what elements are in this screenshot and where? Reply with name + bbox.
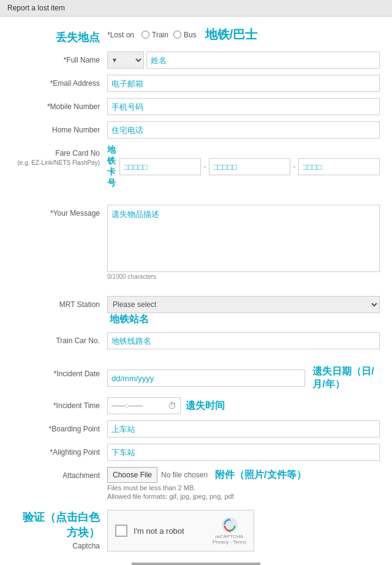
recaptcha-privacy-links[interactable]: Privacy - Terms (213, 539, 246, 545)
train-car-input[interactable] (107, 332, 380, 349)
fare-card-label: Fare Card No (e.g. EZ-Link/NETS FlashPay… (12, 145, 107, 167)
choose-file-button[interactable]: Choose File (107, 467, 157, 483)
email-row: *Email Address (12, 75, 380, 92)
message-textarea[interactable] (107, 205, 380, 272)
fare-card-controls: 地铁卡号 - - (107, 145, 380, 189)
fare-input-1[interactable] (119, 158, 201, 175)
mobile-input[interactable] (107, 98, 380, 115)
message-label: *Your Message (12, 205, 107, 219)
submit-button[interactable]: Submit this message (132, 563, 260, 565)
mrt-station-row: MRT Station Please select 地铁站名 (12, 296, 380, 326)
mrt-station-label: MRT Station (12, 296, 107, 310)
boarding-point-input[interactable] (107, 420, 380, 438)
time-placeholder: ——:—— (111, 401, 168, 410)
clock-icon: ⏱ (168, 401, 176, 411)
attach-hint-2: Allowed file formats: gif, jpg, jpeg, pn… (107, 493, 380, 500)
bus-radio[interactable] (173, 31, 181, 39)
bus-radio-label[interactable]: Bus (173, 31, 197, 39)
email-input[interactable] (107, 75, 380, 92)
full-name-label: *Full Name (12, 51, 107, 66)
train-radio[interactable] (141, 31, 149, 39)
mobile-row: *Mobile Number (12, 98, 380, 115)
page-title: Report a lost item (0, 0, 392, 17)
home-input[interactable] (107, 121, 380, 138)
incident-time-row: *Incident Time ——:—— ⏱ 遗失时间 (12, 397, 380, 414)
recaptcha-logo-icon (221, 517, 238, 534)
train-car-controls (107, 332, 380, 349)
email-label: *Email Address (12, 75, 107, 89)
captcha-controls: I'm not a robot reCAPTCHA Privacy - Term… (107, 506, 380, 552)
attachment-label: Attachment (12, 467, 107, 481)
incident-time-label: *Incident Time (12, 397, 107, 411)
char-count: 0/1000 characters (107, 273, 380, 280)
incident-date-controls: 遗失日期（日/月/年） (107, 365, 380, 391)
fare-input-3[interactable] (298, 158, 380, 175)
full-name-controls: ▾ Mr Ms Mrs (107, 51, 380, 69)
no-file-text: No file chosen (161, 471, 208, 479)
alighting-point-row: *Alighting Point (12, 444, 380, 461)
mrt-station-select[interactable]: Please select (107, 296, 380, 313)
recaptcha-checkbox[interactable] (115, 525, 127, 537)
incident-date-row: *Incident Date 遗失日期（日/月/年） (12, 365, 380, 391)
captcha-label: Captcha (72, 542, 100, 550)
boarding-point-label: *Boarding Point (12, 420, 107, 434)
full-name-input[interactable] (146, 51, 380, 69)
recaptcha-text: I'm not a robot (134, 526, 184, 536)
home-label: Home Number (12, 121, 107, 135)
alighting-point-input[interactable] (107, 444, 380, 461)
recaptcha-logo-area: reCAPTCHA Privacy - Terms (213, 517, 246, 545)
recaptcha-brand: reCAPTCHA (216, 534, 243, 539)
captcha-chinese-title: 验证（点击白色方块） (12, 510, 100, 540)
lost-location-controls: *Lost on Train Bus 地铁/巴士 (107, 26, 380, 43)
message-row: *Your Message 0/1000 characters (12, 205, 380, 280)
lost-location-label: 丢失地点 (12, 26, 107, 45)
home-row: Home Number (12, 121, 380, 138)
recaptcha-box[interactable]: I'm not a robot reCAPTCHA Privacy - Term… (107, 510, 254, 552)
boarding-point-controls (107, 420, 380, 438)
alighting-point-controls (107, 444, 380, 461)
name-title-select[interactable]: ▾ Mr Ms Mrs (107, 51, 144, 69)
transport-radio-group: *Lost on Train Bus 地铁/巴士 (107, 26, 257, 43)
incident-date-label: *Incident Date (12, 365, 107, 379)
attach-hint-1: Files must be less than 2 MB. (107, 484, 380, 491)
train-radio-label[interactable]: Train (141, 31, 168, 39)
fare-card-row: Fare Card No (e.g. EZ-Link/NETS FlashPay… (12, 145, 380, 189)
mobile-controls (107, 98, 380, 115)
lost-location-row: 丢失地点 *Lost on Train Bus 地铁/巴士 (12, 26, 380, 45)
captcha-label-area: 验证（点击白色方块） Captcha (12, 506, 107, 551)
incident-date-input[interactable] (107, 370, 305, 387)
fare-card-inputs: 地铁卡号 - - (107, 145, 380, 189)
submit-row: Submit this message (12, 563, 380, 565)
alighting-point-label: *Alighting Point (12, 444, 107, 458)
attachment-controls: Choose File No file chosen 附件（照片/文件等） Fi… (107, 467, 380, 500)
full-name-row: *Full Name ▾ Mr Ms Mrs (12, 51, 380, 69)
mrt-station-controls: Please select 地铁站名 (107, 296, 380, 326)
boarding-point-row: *Boarding Point (12, 420, 380, 438)
attachment-row: Attachment Choose File No file chosen 附件… (12, 467, 380, 500)
message-controls: 0/1000 characters (107, 205, 380, 280)
fare-input-2[interactable] (209, 158, 290, 175)
incident-time-controls: ——:—— ⏱ 遗失时间 (107, 397, 380, 414)
train-car-row: Train Car No. (12, 332, 380, 349)
email-controls (107, 75, 380, 92)
captcha-row: 验证（点击白色方块） Captcha I'm not a robot (12, 506, 380, 552)
train-car-label: Train Car No. (12, 332, 107, 346)
home-controls (107, 121, 380, 138)
mobile-label: *Mobile Number (12, 98, 107, 112)
